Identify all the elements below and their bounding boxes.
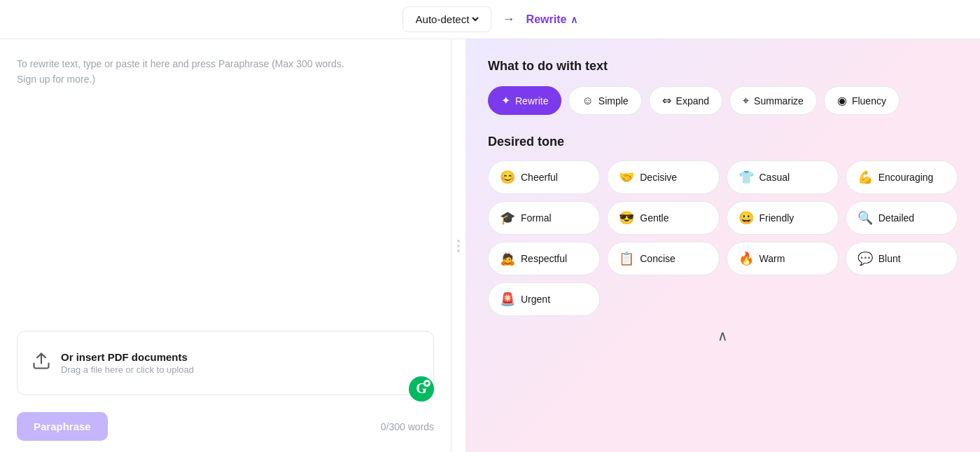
action-icon: ✦	[501, 94, 510, 107]
tone-emoji: 📋	[619, 251, 634, 266]
left-panel: To rewrite text, type or paste it here a…	[0, 39, 451, 452]
desired-tone-title: Desired tone	[488, 135, 958, 149]
tone-btn-urgent[interactable]: 🚨Urgent	[488, 282, 600, 316]
tone-label: Blunt	[878, 253, 901, 264]
tone-label: Encouraging	[878, 172, 934, 183]
tone-btn-decisive[interactable]: 🤝Decisive	[607, 160, 719, 194]
tone-label: Casual	[760, 172, 790, 183]
bottom-bar: Paraphrase 0/300 words	[17, 412, 434, 441]
tone-label: Concise	[640, 253, 676, 264]
action-label: Simple	[598, 95, 629, 107]
main-layout: To rewrite text, type or paste it here a…	[0, 39, 980, 452]
placeholder-text: To rewrite text, type or paste it here a…	[17, 56, 434, 88]
action-label: Summarize	[754, 95, 804, 107]
tone-emoji: 💪	[858, 170, 873, 185]
action-btn-rewrite[interactable]: ✦Rewrite	[488, 86, 561, 115]
action-label: Fluency	[852, 95, 886, 107]
pdf-upload-box[interactable]: Or insert PDF documents Drag a file here…	[17, 331, 434, 395]
action-icon: ⇔	[662, 94, 671, 107]
tone-emoji: 👕	[738, 170, 754, 185]
tone-btn-blunt[interactable]: 💬Blunt	[846, 242, 958, 275]
top-bar: Auto-detect → Rewrite ∧	[0, 0, 980, 39]
action-icon: ⌖	[743, 95, 749, 107]
text-input[interactable]	[17, 99, 434, 331]
right-panel: What to do with text ✦Rewrite☺Simple⇔Exp…	[465, 39, 980, 452]
tone-label: Cheerful	[521, 172, 558, 183]
svg-point-4	[426, 382, 428, 385]
pdf-title: Or insert PDF documents	[61, 351, 194, 363]
tone-label: Gentle	[640, 212, 668, 224]
tone-btn-detailed[interactable]: 🔍Detailed	[846, 201, 958, 235]
tone-btn-respectful[interactable]: 🙇Respectful	[488, 242, 600, 275]
rewrite-nav-label: Rewrite	[526, 13, 567, 26]
action-label: Rewrite	[515, 95, 548, 107]
pdf-subtitle: Drag a file here or click to upload	[61, 364, 194, 375]
tone-btn-casual[interactable]: 👕Casual	[727, 160, 839, 194]
tone-emoji: 🙇	[500, 251, 515, 266]
grammarly-icon: G	[409, 376, 434, 402]
action-btn-summarize[interactable]: ⌖Summarize	[729, 86, 817, 115]
tone-label: Detailed	[878, 212, 914, 224]
tone-emoji: 🚨	[500, 292, 515, 307]
tone-btn-formal[interactable]: 🎓Formal	[488, 201, 600, 235]
tone-emoji: 😊	[500, 170, 515, 185]
chevron-up-icon: ∧	[570, 14, 578, 25]
action-buttons-group: ✦Rewrite☺Simple⇔Expand⌖Summarize◉Fluency	[488, 86, 958, 115]
tone-emoji: 😎	[619, 210, 634, 226]
tone-emoji: 😀	[738, 210, 754, 226]
tone-btn-encouraging[interactable]: 💪Encouraging	[846, 160, 958, 194]
tone-emoji: 💬	[858, 251, 873, 266]
tone-btn-warm[interactable]: 🔥Warm	[727, 242, 839, 275]
action-btn-fluency[interactable]: ◉Fluency	[824, 86, 899, 115]
tone-grid: 😊Cheerful🤝Decisive👕Casual💪Encouraging🎓Fo…	[488, 160, 958, 316]
action-icon: ☺	[582, 95, 593, 107]
paraphrase-button[interactable]: Paraphrase	[17, 412, 108, 441]
tone-label: Warm	[760, 253, 785, 264]
tone-label: Friendly	[760, 212, 794, 224]
divider-dot	[457, 249, 460, 252]
tone-btn-cheerful[interactable]: 😊Cheerful	[488, 160, 600, 194]
word-count: 0/300 words	[381, 421, 434, 432]
collapse-button[interactable]: ∧	[718, 327, 728, 344]
language-select[interactable]: Auto-detect	[413, 13, 481, 26]
action-btn-simple[interactable]: ☺Simple	[568, 86, 641, 115]
action-btn-expand[interactable]: ⇔Expand	[649, 86, 722, 115]
tone-emoji: 🔥	[738, 251, 754, 266]
tone-label: Respectful	[521, 253, 567, 264]
tone-label: Urgent	[521, 294, 550, 305]
divider-dot	[457, 240, 460, 242]
panel-divider[interactable]	[451, 39, 465, 452]
pdf-upload-text: Or insert PDF documents Drag a file here…	[61, 351, 194, 375]
rewrite-nav-button[interactable]: Rewrite ∧	[526, 13, 578, 26]
tone-emoji: 🔍	[858, 210, 873, 226]
tone-label: Decisive	[640, 172, 677, 183]
tone-emoji: 🎓	[500, 210, 515, 226]
action-label: Expand	[676, 95, 709, 107]
auto-detect-selector[interactable]: Auto-detect	[402, 6, 491, 32]
upload-icon	[31, 351, 51, 375]
arrow-icon: →	[503, 12, 515, 27]
what-to-do-title: What to do with text	[488, 59, 958, 74]
chevron-down-section: ∧	[488, 327, 958, 344]
tone-label: Formal	[521, 212, 552, 224]
tone-btn-gentle[interactable]: 😎Gentle	[607, 201, 719, 235]
tone-btn-concise[interactable]: 📋Concise	[607, 242, 719, 275]
tone-emoji: 🤝	[619, 170, 634, 185]
action-icon: ◉	[837, 94, 847, 107]
divider-dot	[457, 245, 460, 247]
tone-btn-friendly[interactable]: 😀Friendly	[727, 201, 839, 235]
